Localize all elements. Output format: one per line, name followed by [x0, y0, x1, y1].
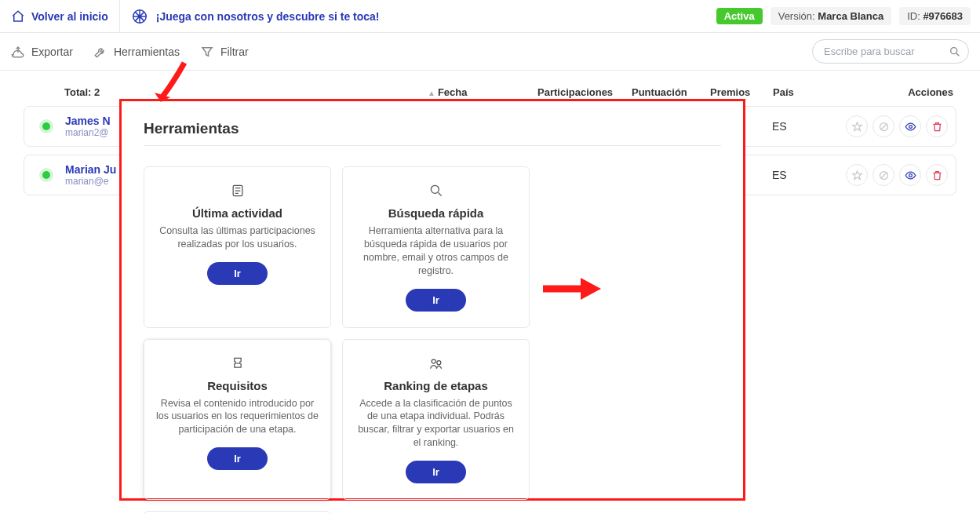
user-country: ES	[772, 169, 827, 181]
page-title: ¡Juega con nosotros y descubre si te toc…	[156, 10, 380, 23]
svg-point-3	[909, 125, 912, 128]
delete-button[interactable]	[926, 164, 948, 186]
star-button[interactable]	[846, 164, 868, 186]
user-country: ES	[772, 120, 827, 133]
col-score[interactable]: Puntuación	[632, 86, 710, 98]
col-date[interactable]: ▲Fecha	[428, 86, 537, 98]
wrench-icon	[93, 45, 107, 59]
search-icon	[949, 46, 961, 58]
col-participations[interactable]: Participaciones	[537, 86, 632, 98]
filter-button[interactable]: Filtrar	[200, 45, 249, 59]
status-dot	[42, 122, 50, 130]
col-actions: Acciones	[828, 86, 953, 98]
svg-point-5	[909, 173, 912, 177]
tool-card-last-activity: Última actividad Consulta las últimas pa…	[144, 166, 331, 214]
col-prizes[interactable]: Premios	[710, 86, 773, 98]
total-label: Total: 2	[64, 86, 428, 98]
col-country: País	[773, 86, 828, 98]
ban-button[interactable]	[873, 164, 894, 186]
version-meta: Versión: Marca Blanca	[771, 7, 891, 25]
export-button[interactable]: Exportar	[11, 45, 73, 59]
status-dot	[42, 171, 50, 179]
view-button[interactable]	[899, 115, 921, 137]
modal-title: Herramientas	[144, 120, 721, 137]
page-title-block: ¡Juega con nosotros y descubre si te toc…	[120, 0, 707, 32]
search-wrap	[812, 39, 969, 64]
home-link[interactable]: Volver al inicio	[0, 0, 120, 32]
status-badge: Activa	[716, 8, 763, 24]
card-title: Última actividad	[192, 206, 282, 214]
card-title: Búsqueda rápida	[388, 206, 484, 214]
filter-label: Filtrar	[220, 46, 249, 58]
svg-point-7	[431, 185, 439, 193]
view-button[interactable]	[899, 164, 921, 186]
home-label: Volver al inicio	[31, 10, 108, 23]
top-bar: Volver al inicio ¡Juega con nosotros y d…	[0, 0, 980, 33]
svg-point-1	[951, 47, 957, 53]
export-label: Exportar	[31, 46, 73, 58]
delete-button[interactable]	[926, 115, 948, 137]
export-icon	[11, 45, 25, 59]
status-block: Activa Versión: Marca Blanca ID: #976683	[707, 7, 980, 25]
modal-divider	[144, 145, 721, 146]
filter-icon	[200, 45, 214, 59]
id-meta: ID: #976683	[899, 7, 971, 25]
tools-button[interactable]: Herramientas	[93, 45, 180, 59]
star-button[interactable]	[846, 115, 868, 137]
toolbar: Exportar Herramientas Filtrar	[0, 33, 980, 71]
tools-label: Herramientas	[114, 46, 180, 58]
search-icon	[428, 181, 444, 200]
wheel-icon	[131, 8, 148, 25]
ban-button[interactable]	[873, 115, 894, 137]
tools-modal: Herramientas Última actividad Consulta l…	[119, 99, 745, 214]
activity-icon	[230, 181, 246, 200]
search-input[interactable]	[812, 39, 969, 64]
tool-card-quick-search: Búsqueda rápida Herramienta alternativa …	[342, 166, 530, 214]
home-icon	[11, 9, 25, 24]
